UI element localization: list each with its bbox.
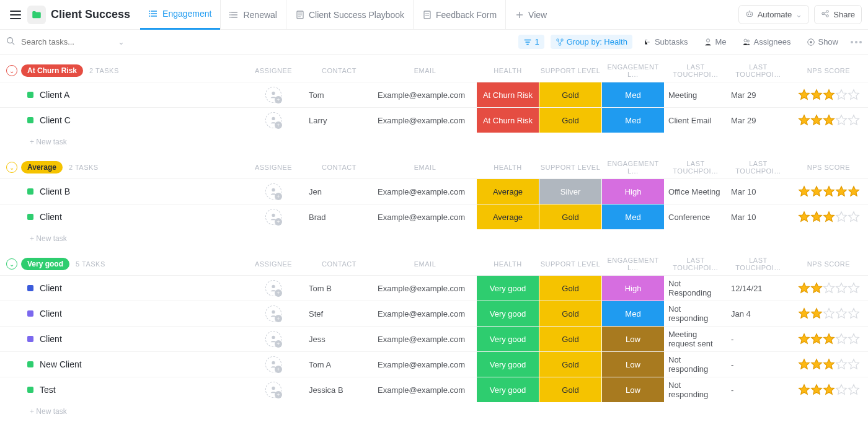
star-icon[interactable] bbox=[848, 384, 860, 396]
col-support[interactable]: SUPPORT LEVEL bbox=[539, 260, 601, 268]
touchpoint-cell[interactable]: Conference bbox=[665, 213, 727, 222]
touchpoint-date-cell[interactable]: Mar 10 bbox=[727, 213, 789, 222]
add-assignee-icon[interactable]: + bbox=[275, 121, 282, 129]
support-cell[interactable]: Gold bbox=[539, 108, 601, 133]
assignee-placeholder[interactable]: + bbox=[265, 209, 281, 225]
col-assignee[interactable]: ASSIGNEE bbox=[242, 67, 304, 74]
col-contact[interactable]: CONTACT bbox=[305, 164, 373, 171]
folder-icon[interactable] bbox=[27, 6, 46, 24]
touchpoint-cell[interactable]: Client Email bbox=[665, 116, 727, 125]
nps-stars[interactable] bbox=[790, 114, 867, 126]
star-icon[interactable] bbox=[835, 282, 848, 294]
engagement-cell[interactable]: High bbox=[602, 179, 664, 204]
touchpoint-date-cell[interactable]: Mar 29 bbox=[727, 116, 789, 125]
star-icon[interactable] bbox=[848, 211, 860, 223]
status-square[interactable] bbox=[27, 387, 33, 393]
engagement-cell[interactable]: Med bbox=[602, 108, 664, 133]
col-support[interactable]: SUPPORT LEVEL bbox=[539, 164, 601, 171]
new-task-button[interactable]: + New task bbox=[0, 229, 868, 243]
star-icon[interactable] bbox=[835, 358, 848, 371]
task-name[interactable]: Client bbox=[40, 309, 62, 319]
contact-cell[interactable]: Tom bbox=[305, 90, 373, 100]
star-icon[interactable] bbox=[798, 89, 810, 101]
col-nps[interactable]: NPS SCORE bbox=[790, 67, 867, 74]
assignee-placeholder[interactable]: + bbox=[265, 87, 281, 103]
star-icon[interactable] bbox=[810, 384, 823, 396]
star-icon[interactable] bbox=[823, 384, 835, 396]
col-nps[interactable]: NPS SCORE bbox=[790, 164, 867, 171]
status-square[interactable] bbox=[27, 285, 33, 291]
col-support[interactable]: SUPPORT LEVEL bbox=[539, 67, 601, 74]
support-cell[interactable]: Gold bbox=[539, 301, 601, 326]
col-email[interactable]: EMAIL bbox=[374, 260, 476, 268]
star-icon[interactable] bbox=[810, 333, 823, 345]
collapse-toggle[interactable]: ⌄ bbox=[6, 65, 17, 76]
contact-cell[interactable]: Brad bbox=[305, 213, 373, 222]
engagement-cell[interactable]: Low bbox=[602, 327, 664, 351]
star-icon[interactable] bbox=[798, 333, 810, 345]
touchpoint-cell[interactable]: Not responding bbox=[665, 355, 727, 374]
engagement-cell[interactable]: Low bbox=[602, 352, 664, 377]
new-task-button[interactable]: + New task bbox=[0, 402, 868, 416]
assignee-placeholder[interactable]: + bbox=[265, 183, 281, 200]
nps-stars[interactable] bbox=[790, 384, 867, 396]
star-icon[interactable] bbox=[823, 211, 835, 223]
star-icon[interactable] bbox=[823, 89, 835, 101]
me-chip[interactable]: Me bbox=[699, 35, 731, 49]
support-cell[interactable]: Silver bbox=[539, 179, 601, 204]
status-square[interactable] bbox=[27, 117, 33, 123]
star-icon[interactable] bbox=[848, 114, 860, 126]
add-assignee-icon[interactable]: + bbox=[275, 289, 282, 297]
star-icon[interactable] bbox=[798, 211, 810, 223]
automate-button[interactable]: Automate ⌄ bbox=[738, 5, 810, 24]
star-icon[interactable] bbox=[810, 211, 823, 223]
col-engagement[interactable]: ENGAGEMENT L… bbox=[602, 160, 664, 175]
star-icon[interactable] bbox=[848, 307, 860, 320]
task-name[interactable]: Client A bbox=[40, 90, 69, 100]
star-icon[interactable] bbox=[798, 282, 810, 294]
email-cell[interactable]: Example@example.com bbox=[374, 116, 476, 125]
col-engagement[interactable]: ENGAGEMENT L… bbox=[602, 63, 664, 78]
star-icon[interactable] bbox=[848, 89, 860, 101]
col-touch-date[interactable]: LAST TOUCHPOI… bbox=[727, 257, 789, 271]
contact-cell[interactable]: Jen bbox=[305, 187, 373, 196]
add-assignee-icon[interactable]: + bbox=[275, 366, 282, 373]
health-cell[interactable]: Average bbox=[477, 179, 539, 204]
task-name[interactable]: Test bbox=[40, 385, 56, 395]
tab-add-view[interactable]: View bbox=[505, 0, 556, 30]
assignee-placeholder[interactable]: + bbox=[265, 112, 281, 128]
star-icon[interactable] bbox=[810, 89, 823, 101]
star-icon[interactable] bbox=[823, 114, 835, 126]
more-menu-icon[interactable] bbox=[851, 41, 862, 43]
col-assignee[interactable]: ASSIGNEE bbox=[242, 164, 304, 171]
touchpoint-date-cell[interactable]: - bbox=[727, 360, 789, 369]
col-health[interactable]: HEALTH bbox=[477, 164, 539, 171]
add-assignee-icon[interactable]: + bbox=[275, 340, 282, 348]
status-square[interactable] bbox=[27, 310, 33, 317]
status-square[interactable] bbox=[27, 361, 33, 367]
support-cell[interactable]: Gold bbox=[539, 204, 601, 229]
nps-stars[interactable] bbox=[790, 333, 867, 345]
col-email[interactable]: EMAIL bbox=[374, 67, 476, 74]
col-contact[interactable]: CONTACT bbox=[305, 260, 373, 268]
status-square[interactable] bbox=[27, 214, 33, 220]
star-icon[interactable] bbox=[835, 384, 848, 396]
star-icon[interactable] bbox=[823, 282, 835, 294]
star-icon[interactable] bbox=[823, 358, 835, 371]
star-icon[interactable] bbox=[798, 185, 810, 198]
star-icon[interactable] bbox=[848, 185, 860, 198]
star-icon[interactable] bbox=[823, 307, 835, 320]
support-cell[interactable]: Gold bbox=[539, 327, 601, 351]
group-pill[interactable]: At Churn Risk bbox=[21, 64, 83, 77]
col-touch-type[interactable]: LAST TOUCHPOI… bbox=[665, 160, 727, 175]
support-cell[interactable]: Gold bbox=[539, 276, 601, 301]
table-row[interactable]: New Client + Tom A Example@example.com V… bbox=[0, 351, 868, 377]
star-icon[interactable] bbox=[798, 384, 810, 396]
email-cell[interactable]: Example@example.com bbox=[374, 284, 476, 293]
share-button[interactable]: Share bbox=[814, 5, 862, 24]
touchpoint-date-cell[interactable]: Jan 4 bbox=[727, 309, 789, 319]
tab-renewal[interactable]: Renewal bbox=[220, 0, 285, 30]
nps-stars[interactable] bbox=[790, 358, 867, 371]
col-contact[interactable]: CONTACT bbox=[305, 67, 373, 74]
engagement-cell[interactable]: Low bbox=[602, 377, 664, 402]
